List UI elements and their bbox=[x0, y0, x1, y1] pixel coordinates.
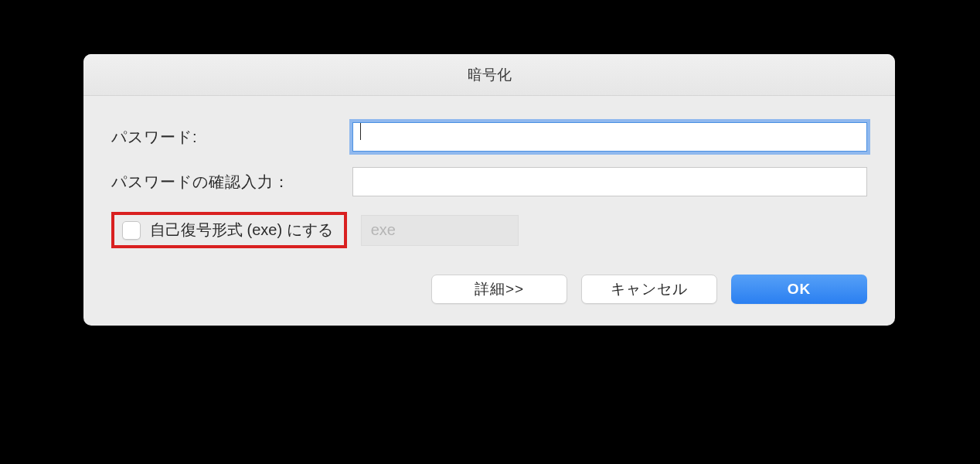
exe-filename-input[interactable]: exe bbox=[361, 215, 519, 246]
self-extract-label: 自己復号形式 (exe) にする bbox=[150, 220, 333, 241]
encryption-dialog: 暗号化 パスワード: パスワードの確認入力： 自己復号形式 (exe) にする … bbox=[83, 54, 895, 326]
dialog-content: パスワード: パスワードの確認入力： 自己復号形式 (exe) にする exe … bbox=[83, 96, 895, 326]
ok-button[interactable]: OK bbox=[731, 275, 867, 304]
confirm-password-row: パスワードの確認入力： bbox=[111, 167, 867, 196]
password-row: パスワード: bbox=[111, 122, 867, 152]
password-input[interactable] bbox=[352, 122, 867, 152]
self-extract-checkbox[interactable] bbox=[122, 221, 141, 240]
confirm-password-input[interactable] bbox=[352, 167, 867, 196]
password-label: パスワード: bbox=[111, 127, 352, 148]
details-button[interactable]: 詳細>> bbox=[431, 275, 567, 304]
confirm-password-label: パスワードの確認入力： bbox=[111, 172, 352, 193]
cancel-button[interactable]: キャンセル bbox=[581, 275, 717, 304]
self-extract-row: 自己復号形式 (exe) にする exe bbox=[111, 212, 867, 248]
self-extract-checkbox-group[interactable]: 自己復号形式 (exe) にする bbox=[111, 212, 347, 248]
dialog-titlebar: 暗号化 bbox=[83, 54, 895, 96]
dialog-title: 暗号化 bbox=[468, 65, 512, 85]
dialog-button-row: 詳細>> キャンセル OK bbox=[111, 275, 867, 304]
exe-placeholder-text: exe bbox=[371, 221, 396, 239]
text-caret bbox=[360, 123, 361, 140]
